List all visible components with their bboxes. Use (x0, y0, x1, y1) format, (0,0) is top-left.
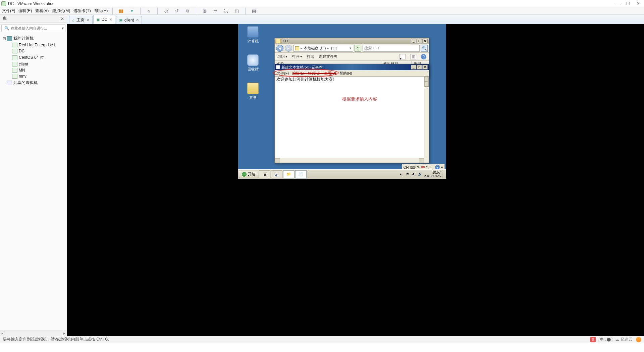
sidebar-hscroll[interactable]: ◄► (0, 331, 67, 336)
library-search-input[interactable] (11, 26, 60, 30)
tree-root-my-computer[interactable]: ⊟ 我的计算机 (1, 35, 66, 42)
tree-vm-client[interactable]: client (1, 61, 66, 67)
path-segment[interactable]: 本地磁盘 (C:) (304, 46, 326, 51)
menu-view[interactable]: 查看(V) (35, 8, 49, 14)
host-ime-pill[interactable]: 中 , ⬤ (598, 337, 613, 342)
search-dropdown-icon[interactable]: ▾ (62, 26, 64, 31)
address-bar[interactable]: ▸ 本地磁盘 (C:) ▸ TTT ▾ (293, 45, 353, 52)
explorer-search[interactable]: 搜索 TTT (363, 45, 420, 52)
forward-button[interactable]: ► (285, 45, 292, 52)
ime-help-icon[interactable]: ? (435, 165, 440, 170)
view-options-icon[interactable]: ☰ ▾ (399, 54, 406, 59)
tray-volume-icon[interactable]: 🔊 (418, 172, 423, 177)
print-button[interactable]: 打印 (307, 54, 314, 59)
notepad-window[interactable]: 新建文本文档.txt - 记事本 _ □ ✕ 文件(F) 编辑(E) 格式(O)… (274, 64, 429, 163)
search-button[interactable]: 🔍 (421, 45, 428, 52)
ime-options-icon[interactable]: ⋮ (430, 165, 434, 170)
start-button[interactable]: 开始 (239, 171, 258, 178)
console-icon[interactable]: ▭ (212, 7, 219, 15)
vm-console[interactable]: 计算机 回收站 共享 TTT _ (67, 24, 644, 336)
guest-desktop[interactable]: 计算机 回收站 共享 TTT _ (238, 24, 446, 179)
show-desktop-button[interactable] (442, 170, 444, 178)
explorer-maximize-button[interactable]: □ (417, 39, 422, 43)
ime-pad-icon[interactable]: ⌨ (410, 165, 416, 170)
path-segment[interactable]: TTT (330, 46, 337, 50)
ime-tool-icon[interactable]: ✎ (417, 165, 420, 170)
tree-vm-redhat[interactable]: Red Hat Enterprise L (1, 42, 66, 48)
notepad-vscrollbar[interactable] (424, 77, 429, 158)
menu-edit[interactable]: 编辑(E) (18, 8, 32, 14)
preview-pane-icon[interactable]: ◫ (410, 54, 416, 59)
notepad-menu-help[interactable]: 帮助(H) (339, 71, 352, 76)
notepad-titlebar[interactable]: 新建文本文档.txt - 记事本 _ □ ✕ (275, 64, 429, 70)
library-search[interactable]: 🔍 ▾ (1, 24, 65, 32)
tray-network-icon[interactable]: 🖧 (412, 172, 417, 177)
system-tray: ▴ ⚑ 🖧 🔊 10:57 2018/12/26 (400, 170, 445, 178)
taskbar-notepad[interactable]: 📄 (295, 170, 307, 178)
tray-up-icon[interactable]: ▴ (400, 172, 405, 177)
notepad-close-button[interactable]: ✕ (422, 65, 428, 70)
close-button[interactable]: ✕ (636, 1, 640, 6)
tab-close-icon[interactable]: ✕ (136, 18, 139, 22)
search-placeholder: 搜索 TTT (364, 46, 379, 51)
desktop-icon-computer[interactable]: 计算机 (243, 26, 263, 44)
close-library-icon[interactable]: ✕ (61, 16, 64, 21)
thumbnail-icon[interactable]: ▥ (201, 7, 208, 15)
desktop-icon-recycle[interactable]: 回收站 (243, 54, 263, 72)
notepad-minimize-button[interactable]: _ (411, 65, 416, 70)
lang-indicator[interactable]: CH (404, 165, 409, 169)
notepad-maximize-button[interactable]: □ (417, 65, 422, 70)
refresh-button[interactable]: ↻ (355, 45, 361, 52)
revert-icon[interactable]: ↺ (173, 7, 180, 15)
manage-snapshots-icon[interactable]: ⧉ (184, 7, 191, 15)
pause-icon[interactable]: ▮▮ (117, 7, 125, 15)
open-menu[interactable]: 打开 ▾ (292, 54, 302, 59)
menu-vm[interactable]: 虚拟机(M) (52, 8, 70, 14)
explorer-minimize-button[interactable]: _ (411, 39, 416, 43)
explorer-titlebar[interactable]: TTT _ □ ✕ (275, 38, 429, 44)
organize-menu[interactable]: 组织 ▾ (277, 54, 287, 59)
help-icon[interactable]: ? (421, 54, 426, 59)
host-ime-badge[interactable]: S (590, 337, 595, 342)
tray-clock[interactable]: 10:57 2018/12/26 (424, 171, 441, 178)
tree-vm-centos[interactable]: CentOS 64 位 (1, 54, 66, 61)
tab-close-icon[interactable]: ✕ (87, 18, 90, 22)
back-button[interactable]: ◄ (276, 45, 283, 52)
library-icon[interactable]: ▤ (250, 7, 258, 15)
tray-flag-icon[interactable]: ⚑ (406, 172, 411, 177)
snapshot-icon[interactable]: ◷ (162, 7, 170, 15)
taskbar-powershell[interactable]: ≥_ (271, 170, 282, 178)
notepad-textarea[interactable]: 欢迎参加红河州计算机技能大赛! (276, 77, 424, 158)
fullscreen-icon[interactable]: ⛶ (222, 7, 230, 15)
taskbar-server-manager[interactable]: 🖥 (259, 170, 270, 178)
tab-client[interactable]: ▣ client ✕ (116, 16, 142, 24)
menu-tabs[interactable]: 选项卡(T) (73, 8, 91, 14)
notepad-menu-format[interactable]: 格式(O) (308, 71, 321, 76)
tree-vm-dc[interactable]: DC (1, 48, 66, 54)
taskbar-explorer[interactable]: 📁 (283, 170, 294, 178)
send-ctrlaltdel-icon[interactable]: ⎋ (145, 7, 153, 15)
notepad-hscrollbar[interactable] (275, 158, 424, 163)
notepad-menu-edit[interactable]: 编辑(E) (292, 71, 305, 76)
desktop-icon-share[interactable]: 共享 (243, 83, 263, 100)
notepad-menu-file[interactable]: 文件(F) (277, 71, 289, 76)
tab-home[interactable]: ⌂ 主页 ✕ (69, 16, 93, 24)
tree-shared-vms[interactable]: 共享的虚拟机 (1, 79, 66, 86)
tree-vm-mnv[interactable]: mnv (1, 73, 66, 79)
tree-label: mnv (19, 74, 26, 79)
explorer-close-button[interactable]: ✕ (422, 39, 428, 43)
ime-punct-icon[interactable]: °, (426, 165, 429, 169)
menu-help[interactable]: 帮助(H) (94, 8, 108, 14)
collapse-icon[interactable]: ⊟ (3, 36, 6, 41)
play-dropdown-icon[interactable]: ▾ (128, 7, 136, 15)
tab-close-icon[interactable]: ✕ (109, 17, 112, 22)
new-folder-button[interactable]: 新建文件夹 (319, 54, 337, 59)
menu-file[interactable]: 文件(F) (2, 8, 15, 14)
maximize-button[interactable]: ☐ (626, 1, 630, 6)
tree-vm-mn[interactable]: MN (1, 67, 66, 73)
tab-dc[interactable]: ▣ DC ✕ (93, 15, 115, 24)
notepad-menu-view[interactable]: 查看(V) (324, 71, 336, 76)
unity-icon[interactable]: ◫ (233, 7, 240, 15)
minimize-button[interactable]: — (616, 1, 620, 6)
ime-restore-icon[interactable]: ▾ (441, 165, 443, 170)
